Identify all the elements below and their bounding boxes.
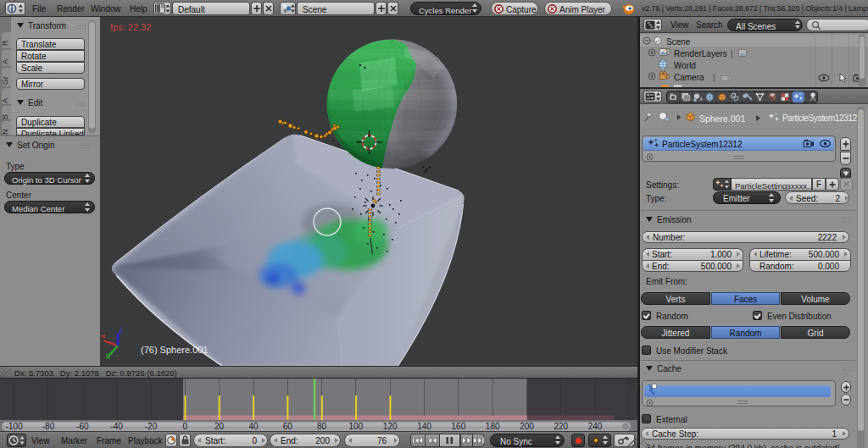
svg-text:240: 240 bbox=[588, 422, 603, 431]
svg-text:140: 140 bbox=[417, 422, 431, 431]
svg-text:200: 200 bbox=[520, 422, 534, 431]
svg-text:0: 0 bbox=[183, 422, 188, 431]
svg-text:-80: -80 bbox=[42, 422, 55, 431]
svg-text:-20: -20 bbox=[145, 422, 158, 431]
svg-text:180: 180 bbox=[486, 422, 500, 431]
svg-text:100: 100 bbox=[349, 422, 364, 431]
svg-text:-100: -100 bbox=[6, 422, 23, 431]
svg-text:160: 160 bbox=[452, 422, 466, 431]
svg-text:60: 60 bbox=[283, 422, 293, 431]
svg-text:80: 80 bbox=[317, 422, 327, 431]
svg-text:-40: -40 bbox=[110, 422, 123, 431]
svg-text:40: 40 bbox=[248, 422, 259, 431]
svg-text:220: 220 bbox=[554, 422, 568, 431]
svg-text:-60: -60 bbox=[76, 422, 89, 431]
svg-text:20: 20 bbox=[214, 422, 225, 431]
svg-text:120: 120 bbox=[383, 422, 398, 431]
